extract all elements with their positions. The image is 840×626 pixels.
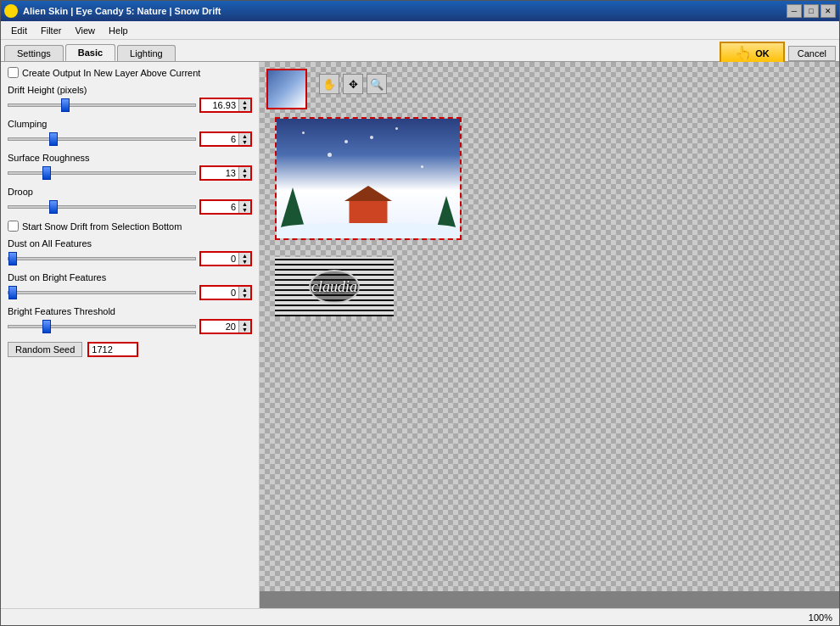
surface-roughness-thumb[interactable]: [42, 166, 51, 180]
menu-help[interactable]: Help: [102, 24, 135, 37]
cancel-button[interactable]: Cancel: [788, 46, 836, 61]
snow-ground: [277, 223, 460, 238]
drift-height-spinbox: ▲ ▼: [199, 98, 252, 113]
random-seed-button[interactable]: Random Seed: [8, 342, 82, 357]
dust-bright-controls: ▲ ▼: [8, 284, 252, 301]
surface-roughness-arrows: ▲ ▼: [238, 167, 250, 179]
preview-image-area: [275, 117, 462, 240]
clumping-row: Clumping ▲ ▼: [8, 119, 252, 148]
status-bar: 100%: [1, 608, 839, 625]
dust-all-input[interactable]: [201, 253, 238, 265]
droop-spinbox: ▲ ▼: [199, 199, 252, 215]
window-frame: Alien Skin | Eye Candy 5: Nature | Snow …: [0, 0, 840, 626]
snow-dot: [370, 136, 373, 139]
zoom-tool-icon[interactable]: 🔍: [367, 74, 387, 94]
menu-view[interactable]: View: [68, 24, 102, 37]
close-button[interactable]: ✕: [820, 4, 836, 18]
dust-all-row: Dust on All Features ▲ ▼: [8, 238, 252, 267]
dust-bright-spinbox: ▲ ▼: [199, 285, 252, 300]
droop-row: Droop ▲ ▼: [8, 187, 252, 215]
drift-height-thumb[interactable]: [61, 98, 70, 112]
start-snow-label: Start Snow Drift from Selection Bottom: [22, 221, 182, 232]
random-seed-input[interactable]: [87, 342, 138, 357]
window-title: Alien Skin | Eye Candy 5: Nature | Snow …: [23, 6, 221, 16]
drift-height-controls: ▲ ▼: [8, 97, 252, 114]
dust-all-thumb[interactable]: [8, 252, 17, 265]
minimize-button[interactable]: ─: [787, 4, 802, 18]
bright-threshold-track: [8, 325, 196, 328]
menu-filter[interactable]: Filter: [34, 24, 68, 37]
surface-roughness-slider-container: [8, 165, 196, 182]
right-panel: ✋ ✥ 🔍: [260, 62, 839, 608]
window-controls: ─ □ ✕: [787, 4, 836, 18]
clumping-arrows: ▲ ▼: [238, 133, 250, 145]
ok-button[interactable]: 👆 OK: [720, 42, 785, 64]
start-snow-checkbox[interactable]: [8, 221, 19, 232]
left-panel: Create Output In New Layer Above Current…: [1, 62, 260, 608]
house-body: [350, 200, 388, 226]
surface-roughness-up[interactable]: ▲: [238, 167, 250, 173]
dust-bright-thumb[interactable]: [8, 286, 17, 299]
ok-hand-icon: 👆: [735, 45, 752, 61]
thumbnail-inner: [268, 70, 305, 108]
title-bar: Alien Skin | Eye Candy 5: Nature | Snow …: [1, 1, 839, 21]
drift-height-down[interactable]: ▼: [238, 105, 250, 111]
dust-bright-slider-container: [8, 284, 196, 301]
start-snow-row: Start Snow Drift from Selection Bottom: [8, 221, 252, 232]
bright-threshold-thumb[interactable]: [42, 320, 51, 333]
dust-bright-track: [8, 291, 196, 294]
drift-height-slider-container: [8, 97, 196, 114]
watermark-circle: claudia: [309, 270, 360, 304]
bright-threshold-input[interactable]: [201, 321, 238, 333]
maximize-button[interactable]: □: [804, 4, 819, 18]
drift-height-up[interactable]: ▲: [238, 99, 250, 105]
surface-roughness-down[interactable]: ▼: [238, 173, 250, 179]
clumping-down[interactable]: ▼: [238, 139, 250, 145]
droop-controls: ▲ ▼: [8, 198, 252, 215]
droop-input[interactable]: [201, 201, 238, 213]
clumping-thumb[interactable]: [49, 132, 58, 146]
preview-toolbar: ✋ ✥ 🔍: [319, 74, 387, 94]
dust-all-up[interactable]: ▲: [238, 253, 250, 259]
dust-all-arrows: ▲ ▼: [238, 253, 250, 265]
surface-roughness-row: Surface Roughness ▲ ▼: [8, 153, 252, 182]
clumping-up[interactable]: ▲: [238, 133, 250, 139]
drift-height-track: [8, 103, 196, 107]
clumping-slider-container: [8, 131, 196, 148]
clumping-input[interactable]: [201, 133, 238, 145]
tab-basic[interactable]: Basic: [65, 44, 115, 61]
droop-label: Droop: [8, 187, 252, 197]
dust-all-slider-container: [8, 250, 196, 267]
menu-bar: Edit Filter View Help: [1, 21, 839, 40]
tree-left: [280, 187, 305, 230]
clumping-spinbox: ▲ ▼: [199, 131, 252, 147]
droop-arrows: ▲ ▼: [238, 201, 250, 213]
snow-dot: [395, 127, 398, 130]
dust-all-down[interactable]: ▼: [238, 259, 250, 265]
surface-roughness-input[interactable]: [201, 167, 238, 179]
tab-settings[interactable]: Settings: [4, 45, 64, 61]
ok-cancel-area: 👆 OK Cancel: [720, 42, 836, 64]
snow-dot: [421, 165, 423, 168]
clumping-controls: ▲ ▼: [8, 131, 252, 148]
scene-bg: [277, 119, 460, 238]
dust-bright-up[interactable]: ▲: [238, 287, 250, 293]
bright-threshold-down[interactable]: ▼: [238, 327, 250, 333]
dust-all-track: [8, 257, 196, 260]
menu-edit[interactable]: Edit: [4, 24, 34, 37]
tab-bar: Settings Basic Lighting 👆 OK Cancel: [1, 40, 839, 62]
dust-bright-row: Dust on Bright Features ▲ ▼: [8, 272, 252, 301]
tab-lighting[interactable]: Lighting: [117, 45, 176, 61]
droop-down[interactable]: ▼: [238, 207, 250, 213]
create-output-label: Create Output In New Layer Above Current: [22, 68, 200, 78]
hand-tool-icon[interactable]: ✋: [319, 74, 339, 94]
drift-height-input[interactable]: [201, 99, 238, 111]
create-output-checkbox[interactable]: [8, 67, 19, 78]
bright-threshold-up[interactable]: ▲: [238, 321, 250, 327]
transform-tool-icon[interactable]: ✥: [343, 74, 363, 94]
droop-up[interactable]: ▲: [238, 201, 250, 207]
dust-bright-down[interactable]: ▼: [238, 293, 250, 299]
droop-thumb[interactable]: [49, 200, 58, 214]
watermark-area: claudia: [275, 257, 394, 316]
dust-bright-input[interactable]: [201, 287, 238, 299]
